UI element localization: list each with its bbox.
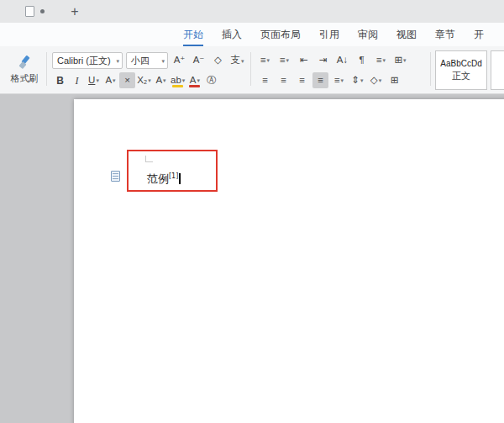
sort-icon: A↓	[337, 56, 348, 66]
align-center-icon: ≡	[281, 76, 286, 86]
character-border-button[interactable]: Ⓐ	[203, 72, 219, 88]
chevron-down-icon: ▾	[96, 77, 99, 83]
chevron-down-icon: ▾	[403, 57, 407, 63]
chevron-down-icon: ▾	[148, 77, 151, 83]
paragraph-mark-icon: ¶	[359, 56, 364, 66]
divider	[250, 52, 251, 86]
style-normal[interactable]: AaBbCcDd 正文	[435, 50, 487, 90]
highlight-color-button[interactable]: ab▾	[170, 72, 186, 88]
justify-icon: ≡	[318, 76, 323, 86]
chevron-down-icon: ▾	[182, 77, 186, 83]
align-left-button[interactable]: ≡	[257, 72, 273, 88]
numbered-list-button[interactable]: ≡▾	[276, 52, 292, 68]
borders-icon: ⊞	[391, 76, 399, 86]
ribbon-toolbar: 格式刷 Calibri (正文) ▾ 小四 ▾ A⁺ A⁻ ◇ 支▾ B I U…	[0, 46, 504, 94]
columns-button[interactable]: ≡▾	[373, 52, 389, 68]
document-icon	[25, 6, 34, 17]
table-grid-icon: ⊞	[394, 56, 402, 66]
new-tab-button[interactable]: +	[66, 3, 83, 20]
chevron-down-icon: ▾	[163, 77, 166, 83]
divider	[46, 52, 47, 86]
style-name: 正文	[452, 70, 470, 82]
shrink-font-button[interactable]: A⁻	[191, 53, 207, 69]
shading-icon: ◇	[370, 76, 378, 86]
document-text-run: 范例	[147, 172, 169, 185]
chevron-down-icon: ▾	[341, 77, 344, 83]
strikethrough-button[interactable]: ×	[119, 72, 135, 88]
format-painter-button[interactable]: 格式刷	[5, 50, 44, 90]
ribbon-tab-review[interactable]: 审阅	[358, 23, 378, 46]
font-color-swatch	[189, 85, 200, 87]
align-right-icon: ≡	[299, 76, 305, 86]
document-text[interactable]: 范例[1]	[147, 172, 181, 187]
font-family-value: Calibri (正文)	[57, 55, 111, 67]
increase-indent-button[interactable]: ⇥	[315, 52, 331, 68]
chevron-down-icon: ▾	[379, 77, 382, 83]
subscript-button[interactable]: X₂▾	[136, 72, 152, 88]
highlight-color-swatch	[172, 85, 183, 87]
ribbon-tab-truncated[interactable]: 开	[474, 23, 484, 46]
numbered-list-icon: ≡	[280, 56, 286, 66]
align-center-button[interactable]: ≡	[276, 72, 291, 88]
divider	[430, 52, 431, 86]
bold-button[interactable]: B	[52, 72, 68, 88]
page[interactable]: 范例[1]	[74, 99, 504, 423]
underline-button[interactable]: U▾	[86, 72, 102, 88]
chevron-down-icon: ▾	[267, 57, 270, 63]
line-spacing-button[interactable]: ⇕▾	[349, 72, 365, 88]
ribbon-tab-home[interactable]: 开始	[183, 23, 203, 46]
shading-button[interactable]: ◇▾	[368, 72, 384, 88]
chevron-down-icon: ▾	[161, 58, 165, 64]
chevron-down-icon: ▾	[197, 77, 200, 83]
columns-icon: ≡	[376, 56, 382, 66]
clear-format-button[interactable]: ◇	[210, 53, 226, 69]
character-spacing-button[interactable]: A▾	[102, 72, 118, 88]
chevron-down-icon: ▾	[113, 77, 116, 83]
show-marks-button[interactable]: ¶	[354, 52, 370, 68]
font-family-select[interactable]: Calibri (正文) ▾	[52, 52, 123, 69]
style-preview: AaBbCcDd	[440, 59, 481, 68]
style-heading[interactable]: Aa 标	[491, 50, 504, 90]
unsaved-indicator-dot	[40, 9, 45, 13]
align-right-button[interactable]: ≡	[294, 72, 310, 88]
ribbon-tab-page-layout[interactable]: 页面布局	[260, 23, 301, 46]
margin-page-icon[interactable]	[111, 171, 120, 182]
distribute-button[interactable]: ≡▾	[331, 72, 347, 88]
format-painter-icon	[18, 56, 31, 69]
format-painter-label: 格式刷	[11, 72, 39, 85]
increase-indent-icon: ⇥	[319, 56, 328, 66]
sort-button[interactable]: A↓	[334, 52, 350, 68]
decrease-indent-icon: ⇤	[300, 56, 308, 66]
justify-button[interactable]: ≡	[312, 72, 328, 88]
chevron-down-icon: ▾	[241, 58, 244, 64]
ribbon-tab-view[interactable]: 视图	[396, 23, 417, 46]
insert-table-button[interactable]: ⊞▾	[392, 52, 408, 68]
borders-button[interactable]: ⊞	[386, 72, 402, 88]
decrease-indent-button[interactable]: ⇤	[296, 52, 312, 68]
bullet-list-button[interactable]: ≡▾	[257, 52, 273, 68]
phonetic-guide-button[interactable]: 支▾	[229, 53, 245, 69]
footnote-reference: [1]	[169, 172, 178, 180]
document-tab[interactable]	[25, 0, 45, 23]
font-size-value: 小四	[131, 55, 150, 67]
chevron-down-icon: ▾	[116, 58, 119, 64]
document-canvas[interactable]: 范例[1]	[0, 94, 504, 423]
grow-font-button[interactable]: A⁺	[171, 53, 187, 69]
chevron-down-icon: ▾	[360, 77, 364, 83]
ribbon-tab-references[interactable]: 引用	[319, 23, 339, 46]
ribbon-tab-section[interactable]: 章节	[435, 23, 455, 46]
font-color-button[interactable]: A▾	[186, 72, 202, 88]
align-left-icon: ≡	[262, 76, 268, 86]
text-cursor	[179, 173, 181, 184]
chevron-down-icon: ▾	[286, 57, 290, 63]
ribbon-tab-strip: 开始 插入 页面布局 引用 审阅 视图 章节 开	[0, 23, 504, 46]
bullet-list-icon: ≡	[260, 56, 266, 66]
line-spacing-icon: ⇕	[351, 76, 360, 86]
window-tab-bar: +	[0, 0, 504, 23]
italic-button[interactable]: I	[69, 72, 85, 88]
text-effects-button[interactable]: A▾	[153, 72, 169, 88]
distribute-icon: ≡	[334, 76, 340, 86]
font-size-select[interactable]: 小四 ▾	[126, 52, 168, 69]
ribbon-tab-insert[interactable]: 插入	[222, 23, 242, 46]
chevron-down-icon: ▾	[383, 57, 386, 63]
